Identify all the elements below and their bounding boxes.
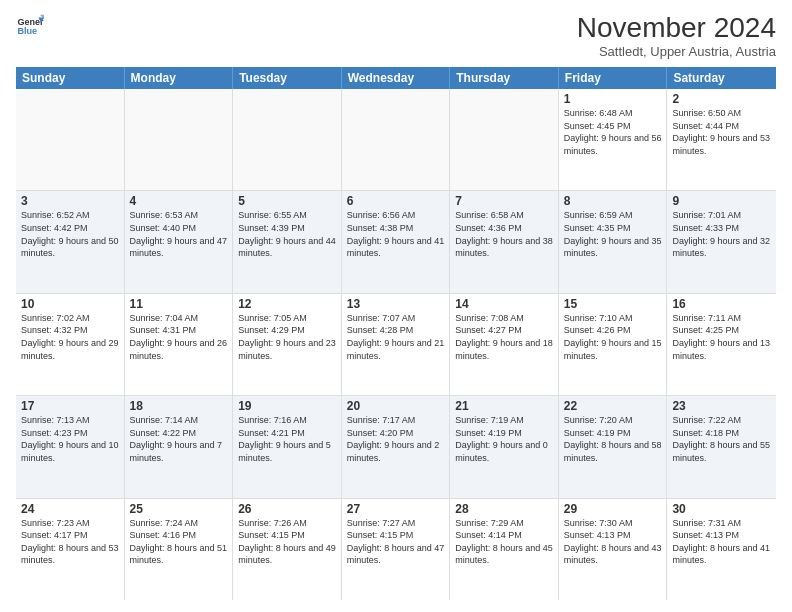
day-number: 26 [238,502,336,516]
day-number: 23 [672,399,771,413]
header-wednesday: Wednesday [342,67,451,89]
day-9: 9Sunrise: 7:01 AMSunset: 4:33 PMDaylight… [667,191,776,292]
day-21: 21Sunrise: 7:19 AMSunset: 4:19 PMDayligh… [450,396,559,497]
month-title: November 2024 [577,12,776,44]
location: Sattledt, Upper Austria, Austria [577,44,776,59]
day-info: Sunrise: 6:53 AMSunset: 4:40 PMDaylight:… [130,209,228,259]
day-8: 8Sunrise: 6:59 AMSunset: 4:35 PMDaylight… [559,191,668,292]
title-block: November 2024 Sattledt, Upper Austria, A… [577,12,776,59]
day-number: 6 [347,194,445,208]
day-number: 12 [238,297,336,311]
day-number: 28 [455,502,553,516]
day-info: Sunrise: 7:13 AMSunset: 4:23 PMDaylight:… [21,414,119,464]
day-6: 6Sunrise: 6:56 AMSunset: 4:38 PMDaylight… [342,191,451,292]
day-number: 1 [564,92,662,106]
day-info: Sunrise: 6:56 AMSunset: 4:38 PMDaylight:… [347,209,445,259]
day-number: 10 [21,297,119,311]
day-number: 5 [238,194,336,208]
week-row-3: 10Sunrise: 7:02 AMSunset: 4:32 PMDayligh… [16,294,776,396]
day-20: 20Sunrise: 7:17 AMSunset: 4:20 PMDayligh… [342,396,451,497]
day-info: Sunrise: 6:58 AMSunset: 4:36 PMDaylight:… [455,209,553,259]
day-info: Sunrise: 6:55 AMSunset: 4:39 PMDaylight:… [238,209,336,259]
empty-cell [125,89,234,190]
day-23: 23Sunrise: 7:22 AMSunset: 4:18 PMDayligh… [667,396,776,497]
day-number: 22 [564,399,662,413]
day-info: Sunrise: 7:04 AMSunset: 4:31 PMDaylight:… [130,312,228,362]
day-info: Sunrise: 7:30 AMSunset: 4:13 PMDaylight:… [564,517,662,567]
day-13: 13Sunrise: 7:07 AMSunset: 4:28 PMDayligh… [342,294,451,395]
day-28: 28Sunrise: 7:29 AMSunset: 4:14 PMDayligh… [450,499,559,600]
header-thursday: Thursday [450,67,559,89]
day-number: 21 [455,399,553,413]
day-24: 24Sunrise: 7:23 AMSunset: 4:17 PMDayligh… [16,499,125,600]
day-number: 8 [564,194,662,208]
day-number: 17 [21,399,119,413]
day-info: Sunrise: 7:19 AMSunset: 4:19 PMDaylight:… [455,414,553,464]
day-number: 15 [564,297,662,311]
day-number: 20 [347,399,445,413]
day-info: Sunrise: 7:02 AMSunset: 4:32 PMDaylight:… [21,312,119,362]
day-info: Sunrise: 7:07 AMSunset: 4:28 PMDaylight:… [347,312,445,362]
day-info: Sunrise: 7:29 AMSunset: 4:14 PMDaylight:… [455,517,553,567]
day-17: 17Sunrise: 7:13 AMSunset: 4:23 PMDayligh… [16,396,125,497]
day-26: 26Sunrise: 7:26 AMSunset: 4:15 PMDayligh… [233,499,342,600]
day-info: Sunrise: 6:52 AMSunset: 4:42 PMDaylight:… [21,209,119,259]
empty-cell [450,89,559,190]
day-info: Sunrise: 7:05 AMSunset: 4:29 PMDaylight:… [238,312,336,362]
calendar-body: 1Sunrise: 6:48 AMSunset: 4:45 PMDaylight… [16,89,776,600]
day-info: Sunrise: 7:16 AMSunset: 4:21 PMDaylight:… [238,414,336,464]
day-info: Sunrise: 7:22 AMSunset: 4:18 PMDaylight:… [672,414,771,464]
header-saturday: Saturday [667,67,776,89]
day-22: 22Sunrise: 7:20 AMSunset: 4:19 PMDayligh… [559,396,668,497]
day-number: 4 [130,194,228,208]
day-number: 7 [455,194,553,208]
week-row-5: 24Sunrise: 7:23 AMSunset: 4:17 PMDayligh… [16,499,776,600]
svg-text:Blue: Blue [17,26,37,36]
day-25: 25Sunrise: 7:24 AMSunset: 4:16 PMDayligh… [125,499,234,600]
day-19: 19Sunrise: 7:16 AMSunset: 4:21 PMDayligh… [233,396,342,497]
day-info: Sunrise: 6:50 AMSunset: 4:44 PMDaylight:… [672,107,771,157]
day-27: 27Sunrise: 7:27 AMSunset: 4:15 PMDayligh… [342,499,451,600]
day-18: 18Sunrise: 7:14 AMSunset: 4:22 PMDayligh… [125,396,234,497]
day-number: 19 [238,399,336,413]
header: General Blue November 2024 Sattledt, Upp… [16,12,776,59]
header-monday: Monday [125,67,234,89]
day-number: 29 [564,502,662,516]
day-info: Sunrise: 6:48 AMSunset: 4:45 PMDaylight:… [564,107,662,157]
week-row-2: 3Sunrise: 6:52 AMSunset: 4:42 PMDaylight… [16,191,776,293]
day-7: 7Sunrise: 6:58 AMSunset: 4:36 PMDaylight… [450,191,559,292]
day-number: 16 [672,297,771,311]
page: General Blue November 2024 Sattledt, Upp… [0,0,792,612]
day-10: 10Sunrise: 7:02 AMSunset: 4:32 PMDayligh… [16,294,125,395]
day-info: Sunrise: 7:14 AMSunset: 4:22 PMDaylight:… [130,414,228,464]
day-info: Sunrise: 7:08 AMSunset: 4:27 PMDaylight:… [455,312,553,362]
day-info: Sunrise: 7:24 AMSunset: 4:16 PMDaylight:… [130,517,228,567]
day-info: Sunrise: 7:11 AMSunset: 4:25 PMDaylight:… [672,312,771,362]
day-info: Sunrise: 7:31 AMSunset: 4:13 PMDaylight:… [672,517,771,567]
day-info: Sunrise: 7:26 AMSunset: 4:15 PMDaylight:… [238,517,336,567]
day-info: Sunrise: 7:10 AMSunset: 4:26 PMDaylight:… [564,312,662,362]
day-1: 1Sunrise: 6:48 AMSunset: 4:45 PMDaylight… [559,89,668,190]
header-sunday: Sunday [16,67,125,89]
calendar-header: Sunday Monday Tuesday Wednesday Thursday… [16,67,776,89]
day-5: 5Sunrise: 6:55 AMSunset: 4:39 PMDaylight… [233,191,342,292]
empty-cell [16,89,125,190]
day-info: Sunrise: 7:20 AMSunset: 4:19 PMDaylight:… [564,414,662,464]
day-number: 14 [455,297,553,311]
day-number: 9 [672,194,771,208]
logo-icon: General Blue [16,12,44,40]
day-info: Sunrise: 7:01 AMSunset: 4:33 PMDaylight:… [672,209,771,259]
day-3: 3Sunrise: 6:52 AMSunset: 4:42 PMDaylight… [16,191,125,292]
empty-cell [342,89,451,190]
day-number: 27 [347,502,445,516]
day-number: 25 [130,502,228,516]
day-29: 29Sunrise: 7:30 AMSunset: 4:13 PMDayligh… [559,499,668,600]
day-4: 4Sunrise: 6:53 AMSunset: 4:40 PMDaylight… [125,191,234,292]
day-11: 11Sunrise: 7:04 AMSunset: 4:31 PMDayligh… [125,294,234,395]
day-number: 11 [130,297,228,311]
logo: General Blue [16,12,44,40]
calendar: Sunday Monday Tuesday Wednesday Thursday… [16,67,776,600]
day-30: 30Sunrise: 7:31 AMSunset: 4:13 PMDayligh… [667,499,776,600]
day-number: 3 [21,194,119,208]
week-row-1: 1Sunrise: 6:48 AMSunset: 4:45 PMDaylight… [16,89,776,191]
